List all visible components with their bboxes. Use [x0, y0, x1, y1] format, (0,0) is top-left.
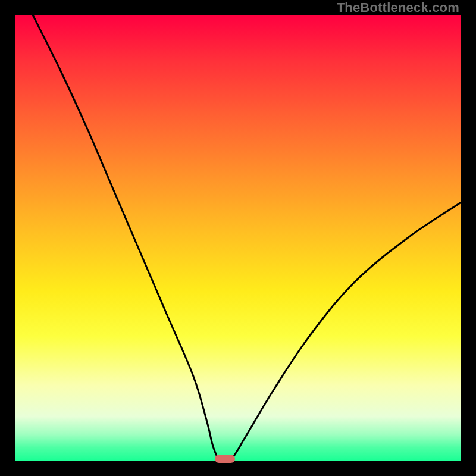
- plot-area: [15, 15, 461, 461]
- optimal-marker: [215, 455, 235, 463]
- chart-frame: TheBottleneck.com: [0, 0, 476, 476]
- watermark-text: TheBottleneck.com: [337, 0, 459, 15]
- bottleneck-curve: [15, 15, 461, 461]
